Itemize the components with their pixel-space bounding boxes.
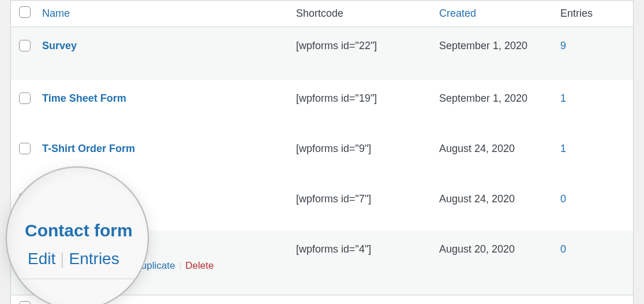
form-name-link[interactable]: Time Sheet Form — [42, 92, 126, 104]
entries-count-link[interactable]: 1 — [560, 143, 566, 154]
header-name[interactable]: Name — [38, 1, 291, 27]
header-created[interactable]: Created — [435, 1, 556, 27]
zoom-divider — [7, 279, 148, 279]
header-checkbox-cell — [11, 1, 38, 27]
entries-count-link[interactable]: 0 — [560, 193, 566, 205]
action-delete[interactable]: Delete — [184, 260, 215, 271]
zoom-row-actions: Edit|Entries — [28, 250, 119, 268]
entries-count-link[interactable]: 1 — [560, 92, 566, 104]
header-shortcode: Shortcode — [291, 1, 435, 27]
select-all-checkbox-bottom[interactable] — [19, 301, 31, 304]
footer-entries: Entries — [556, 295, 633, 305]
zoom-action-entries[interactable]: Entries — [69, 250, 119, 268]
table-header: Name Shortcode Created Entries — [11, 1, 633, 27]
footer-created[interactable]: Created — [435, 295, 556, 305]
created-text: August 20, 2020 — [435, 231, 556, 295]
created-text: August 24, 2020 — [435, 130, 556, 180]
created-text: September 1, 2020 — [435, 27, 556, 80]
zoom-form-name: Contact form — [25, 221, 133, 240]
entries-count-link[interactable]: 0 — [560, 243, 566, 255]
row-checkbox[interactable] — [19, 143, 31, 154]
table-row: Survey [wpforms id="22"] September 1, 20… — [11, 27, 633, 80]
form-name-link[interactable]: Survey — [42, 40, 77, 51]
shortcode-text: [wpforms id="9"] — [291, 130, 435, 180]
shortcode-text: [wpforms id="22"] — [291, 27, 435, 80]
select-all-checkbox[interactable] — [19, 6, 31, 18]
shortcode-text: [wpforms id="7"] — [291, 180, 435, 231]
shortcode-text: [wpforms id="4"] — [291, 231, 435, 295]
zoom-lens: Contact form Edit|Entries — [6, 166, 149, 304]
created-text: September 1, 2020 — [435, 80, 556, 130]
created-text: August 24, 2020 — [435, 180, 556, 231]
table-row: Time Sheet Form [wpforms id="19"] Septem… — [11, 80, 633, 130]
entries-count-link[interactable]: 9 — [560, 40, 566, 51]
form-name-link[interactable]: T-Shirt Order Form — [42, 143, 135, 154]
shortcode-text: [wpforms id="19"] — [291, 80, 435, 130]
zoom-action-edit[interactable]: Edit — [28, 250, 55, 268]
header-entries: Entries — [556, 1, 633, 27]
row-checkbox[interactable] — [19, 92, 31, 104]
row-checkbox[interactable] — [19, 40, 31, 51]
footer-shortcode: Shortcode — [291, 295, 435, 305]
